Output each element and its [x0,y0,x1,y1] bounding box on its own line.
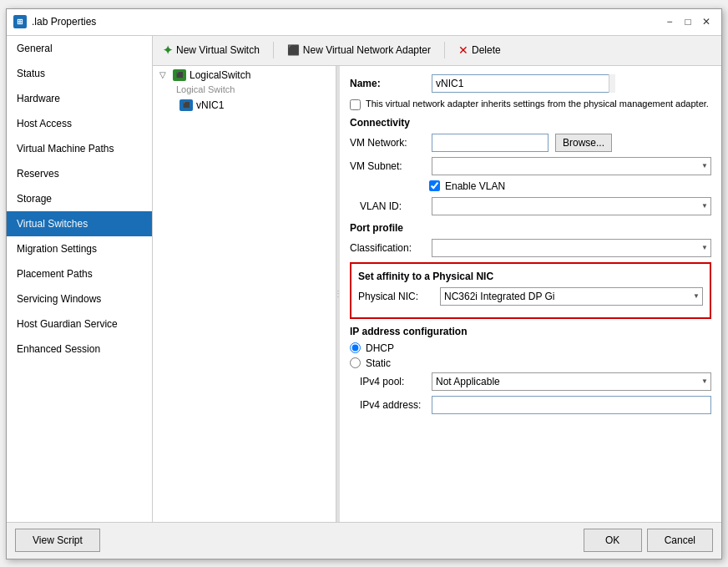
dhcp-radio[interactable] [350,342,361,353]
plus-icon: ✦ [163,43,173,57]
ipv4-address-row: IPv4 address: [350,396,711,414]
vlan-id-select-wrapper [432,197,711,215]
sidebar-item-host-guardian[interactable]: Host Guardian Service [7,311,152,337]
sidebar-item-vm-paths[interactable]: Virtual Machine Paths [7,136,152,161]
vlan-id-row: VLAN ID: [350,197,711,215]
inherit-checkbox[interactable] [350,99,361,110]
ok-button[interactable]: OK [584,529,642,552]
sidebar-item-host-access[interactable]: Host Access [7,111,152,136]
tree-root-sublabel: Logical Switch [153,84,336,96]
ipv4-address-input[interactable] [432,396,711,414]
sidebar-item-reserves[interactable]: Reserves [7,161,152,186]
sidebar-item-enhanced-session[interactable]: Enhanced Session [7,337,152,362]
static-label: Static [366,357,391,369]
sidebar-item-virtual-switches[interactable]: Virtual Switches [7,211,152,236]
title-bar-left: ⊞ .lab Properties [13,15,96,28]
connectivity-section-title: Connectivity [350,117,711,129]
vm-subnet-select[interactable] [432,157,711,175]
new-virtual-network-adapter-button[interactable]: ⬛ New Virtual Network Adapter [284,43,434,58]
static-radio[interactable] [350,357,361,368]
view-script-button[interactable]: View Script [15,529,100,552]
port-profile-section-title: Port profile [350,222,711,234]
sidebar-item-general[interactable]: General [7,36,152,61]
detail-panel: Name: This virtual network adapter inher… [340,66,721,522]
nic-icon: ⬛ [179,99,193,111]
main-content: General Status Hardware Host Access Virt… [7,36,721,522]
static-radio-row: Static [350,357,711,369]
close-button[interactable]: ✕ [698,13,715,30]
vm-subnet-label: VM Subnet: [350,160,425,172]
toolbar-separator [273,42,274,58]
cancel-button[interactable]: Cancel [647,529,713,552]
tree-panel: ▽ ⬛ LogicalSwitch Logical Switch ⬛ vNIC1 [153,66,336,522]
toolbar: ✦ New Virtual Switch ⬛ New Virtual Netwo… [153,36,721,66]
tree-child-vnic1[interactable]: ⬛ vNIC1 [153,96,336,114]
vm-network-row: VM Network: Browse... [350,134,711,152]
dhcp-label: DHCP [366,342,394,354]
physical-nic-label: Physical NIC: [358,291,433,302]
bottom-left: View Script [15,529,100,552]
name-input[interactable] [432,74,615,93]
delete-button[interactable]: ✕ Delete [455,42,504,58]
properties-window: ⊞ .lab Properties − □ ✕ General Status H… [6,8,722,559]
bottom-bar: View Script OK Cancel [7,522,721,559]
minimize-button[interactable]: − [661,13,678,30]
vm-network-label: VM Network: [350,137,425,149]
tree-root-label: LogicalSwitch [190,69,250,81]
vm-subnet-row: VM Subnet: [350,157,711,175]
classification-row: Classification: [350,239,711,257]
sidebar-item-servicing-windows[interactable]: Servicing Windows [7,286,152,311]
right-panel: ✦ New Virtual Switch ⬛ New Virtual Netwo… [153,36,721,522]
delete-icon: ✕ [458,43,468,57]
vm-subnet-select-wrapper [432,157,711,175]
inherit-checkbox-row: This virtual network adapter inherits se… [350,98,711,110]
enable-vlan-row: Enable VLAN [429,180,711,192]
sidebar-item-hardware[interactable]: Hardware [7,86,152,111]
dhcp-radio-row: DHCP [350,342,711,354]
physical-nic-select-wrapper: NC362i Integrated DP Gi [440,287,703,306]
classification-select[interactable] [432,239,711,257]
split-panel: ▽ ⬛ LogicalSwitch Logical Switch ⬛ vNIC1 [153,66,721,522]
sidebar-item-migration-settings[interactable]: Migration Settings [7,236,152,261]
inherit-label: This virtual network adapter inherits se… [366,98,709,109]
sidebar: General Status Hardware Host Access Virt… [7,36,153,522]
name-scrollbar [609,74,615,93]
toolbar-separator-2 [444,42,445,58]
ipv4-pool-select-wrapper: Not Applicable [432,372,711,391]
switch-icon: ⬛ [173,69,186,81]
vm-network-input[interactable] [432,134,549,152]
tree-root-item[interactable]: ▽ ⬛ LogicalSwitch [153,66,336,84]
classification-select-wrapper [432,239,711,257]
enable-vlan-label: Enable VLAN [445,180,505,192]
enable-vlan-checkbox[interactable] [429,180,440,191]
title-bar: ⊞ .lab Properties − □ ✕ [7,9,721,36]
affinity-title: Set affinity to a Physical NIC [358,271,703,282]
name-row: Name: [350,74,711,93]
ip-config-section-title: IP address configuration [350,326,711,337]
classification-label: Classification: [350,242,425,254]
maximize-button[interactable]: □ [680,13,696,30]
new-virtual-switch-button[interactable]: ✦ New Virtual Switch [159,42,263,58]
browse-button[interactable]: Browse... [555,134,612,152]
ipv4-pool-label: IPv4 pool: [350,376,425,387]
sidebar-item-status[interactable]: Status [7,61,152,86]
network-adapter-icon: ⬛ [287,44,300,56]
name-input-wrapper [432,74,615,93]
app-icon: ⊞ [13,15,27,28]
tree-child-label: vNIC1 [196,99,224,111]
vlan-id-label: VLAN ID: [350,200,425,212]
physical-nic-row: Physical NIC: NC362i Integrated DP Gi [358,287,703,306]
affinity-box: Set affinity to a Physical NIC Physical … [350,262,711,319]
window-title: .lab Properties [32,16,96,28]
ipv4-address-label: IPv4 address: [350,399,425,411]
expand-icon: ▽ [159,70,169,79]
ipv4-pool-select[interactable]: Not Applicable [432,372,711,391]
name-label: Name: [350,78,425,89]
physical-nic-select[interactable]: NC362i Integrated DP Gi [440,287,703,306]
bottom-right: OK Cancel [584,529,713,552]
vlan-id-select[interactable] [432,197,711,215]
sidebar-item-storage[interactable]: Storage [7,186,152,211]
sidebar-item-placement-paths[interactable]: Placement Paths [7,261,152,286]
title-buttons: − □ ✕ [661,13,715,30]
ipv4-pool-row: IPv4 pool: Not Applicable [350,372,711,391]
